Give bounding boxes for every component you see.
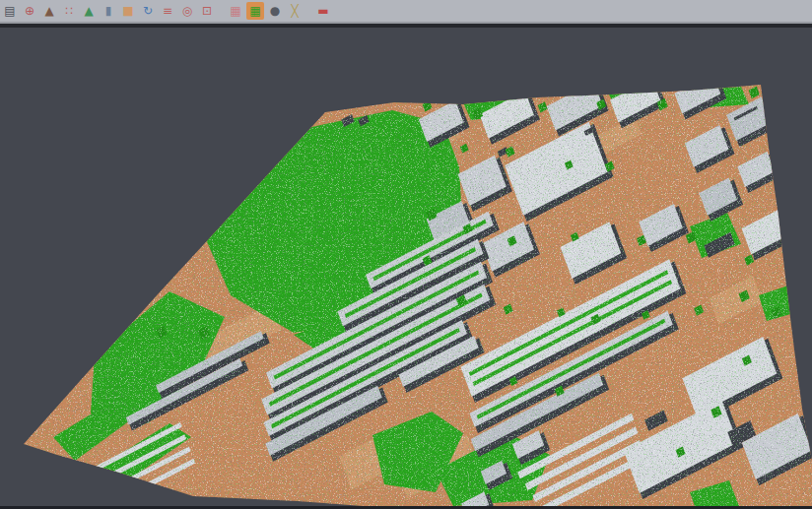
tree-patch xyxy=(609,27,619,37)
profile-icon-glyph: ▮ xyxy=(105,5,112,17)
measure-icon[interactable]: ╳ xyxy=(286,2,304,20)
grid-icon[interactable]: ▦ xyxy=(227,2,244,20)
toolbar: ▤⊕▲∷▲▮■↻≡◎⊡▦▦●╳▬ xyxy=(0,0,812,24)
refresh-icon-glyph: ↻ xyxy=(143,5,153,17)
toolbar-bottom-strip xyxy=(0,24,812,28)
point-cloud-icon-glyph: ∷ xyxy=(65,5,73,17)
terrain-group xyxy=(0,0,812,509)
point-cloud-icon[interactable]: ∷ xyxy=(60,2,78,20)
screenshot-icon[interactable]: ▬ xyxy=(314,2,332,20)
terrain-icon[interactable]: ▲ xyxy=(80,2,98,20)
target-icon[interactable]: ◎ xyxy=(178,2,196,20)
terrain-icon-glyph: ▲ xyxy=(84,5,93,17)
layers-icon-glyph: ▤ xyxy=(4,5,15,17)
refresh-icon[interactable]: ↻ xyxy=(139,2,157,20)
target-icon-glyph: ◎ xyxy=(182,5,192,17)
toolbar-separator xyxy=(305,2,312,20)
extent-icon[interactable]: ⊡ xyxy=(198,2,216,20)
dem-icon-glyph: ▲ xyxy=(44,5,53,17)
sphere-icon[interactable]: ● xyxy=(266,2,284,20)
screenshot-icon-glyph: ▬ xyxy=(317,5,328,17)
registration-icon-glyph: ⊕ xyxy=(25,5,34,17)
dem-icon[interactable]: ▲ xyxy=(40,2,58,20)
classification-icon-glyph: ▦ xyxy=(249,5,260,17)
layer-list-icon[interactable]: ≡ xyxy=(159,2,176,20)
registration-icon[interactable]: ⊕ xyxy=(21,2,38,20)
pointcloud-noise xyxy=(0,0,812,509)
orthophoto-icon-glyph: ■ xyxy=(122,5,133,17)
toolbar-separator xyxy=(218,2,225,20)
measure-icon-glyph: ╳ xyxy=(291,5,298,17)
layer-list-icon-glyph: ≡ xyxy=(163,5,172,17)
layers-icon[interactable]: ▤ xyxy=(1,2,19,20)
grid-icon-glyph: ▦ xyxy=(230,5,240,17)
profile-icon[interactable]: ▮ xyxy=(100,2,117,20)
classification-icon[interactable]: ▦ xyxy=(246,2,264,20)
sphere-icon-glyph: ● xyxy=(270,5,280,17)
orthophoto-icon[interactable]: ■ xyxy=(119,2,137,20)
tree-patch xyxy=(777,139,786,150)
tree-patch xyxy=(682,55,692,66)
extent-icon-glyph: ⊡ xyxy=(202,5,212,17)
viewport-canvas[interactable] xyxy=(0,0,812,509)
